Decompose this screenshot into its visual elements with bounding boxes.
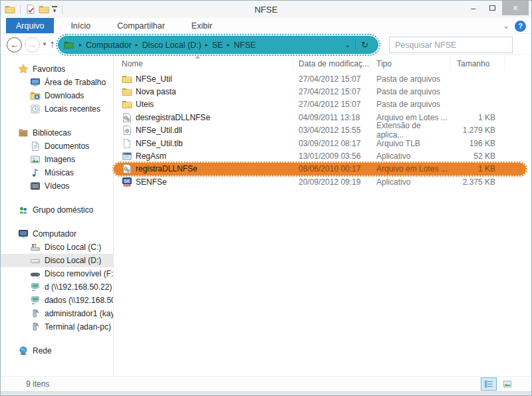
- column-header-type[interactable]: Tipo: [371, 56, 450, 71]
- sidebar-item-label: Terminal (adan-pc): [45, 322, 111, 332]
- file-name-cell: desregistraDLLNFSe: [114, 112, 293, 123]
- sidebar-item-label: d (\\192.168.50.22) (: [45, 282, 114, 292]
- sidebar-item-label: Disco Local (C:): [45, 243, 101, 252]
- file-name: SENFSe: [136, 177, 167, 187]
- sidebar-item-label: Músicas: [45, 168, 74, 177]
- sidebar-item-label: Área de Trabalho: [45, 78, 106, 87]
- file-row[interactable]: Nova pasta27/04/2012 15:07Pasta de arqui…: [114, 85, 531, 98]
- tab-inicio[interactable]: Início: [61, 18, 100, 33]
- network-share-icon: [30, 308, 41, 319]
- file-type: Pasta de arquivos: [371, 87, 450, 96]
- address-bar-highlighted[interactable]: ▸Computador▸Disco Local (D:)▸SE▸NFSE⌄↻: [58, 36, 378, 54]
- minimize-button[interactable]: –: [464, 1, 483, 15]
- sidebar-item-bibliotecas[interactable]: Bibliotecas: [1, 126, 113, 140]
- music-icon: [30, 167, 41, 178]
- details-view-button[interactable]: [481, 377, 497, 391]
- column-header-name[interactable]: Nome: [114, 56, 293, 71]
- file-row[interactable]: Uteis27/04/2012 15:07Pasta de arquivos: [114, 98, 531, 111]
- sidebar-item-disco-local-c[interactable]: Disco Local (C:): [1, 241, 113, 254]
- breadcrumb-folder-icon: [64, 40, 74, 50]
- sidebar-item-label: Disco Local (D:): [45, 256, 101, 265]
- file-row[interactable]: desregistraDLLNFSe04/09/2011 13:18Arquiv…: [114, 111, 531, 124]
- file-name: NFSe_Util.tlb: [136, 139, 183, 148]
- maximize-button[interactable]: [483, 1, 502, 15]
- sidebar-group-rede: Rede: [1, 344, 113, 357]
- new-folder-icon[interactable]: [39, 4, 49, 15]
- properties-icon[interactable]: [25, 4, 36, 15]
- sidebar-item-locais-recentes[interactable]: Locais recentes: [1, 102, 113, 116]
- sidebar-item-musicas[interactable]: Músicas: [1, 166, 113, 179]
- quick-access-toolbar: ▾: [1, 4, 65, 15]
- status-bar: 9 itens: [1, 376, 531, 391]
- sidebar-group-computador: ComputadorDisco Local (C:)Disco Local (D…: [1, 227, 113, 334]
- sidebar-item-network-d[interactable]: d (\\192.168.50.22) (: [1, 280, 113, 294]
- expand-ribbon-chevron-icon[interactable]: ⌄: [503, 21, 509, 31]
- doc-icon: [122, 138, 132, 149]
- tab-exibir[interactable]: Exibir: [182, 18, 222, 33]
- title-bar: ▾ NFSE – ×: [1, 1, 531, 18]
- separator: [20, 5, 21, 14]
- sidebar-item-network-terminal[interactable]: Terminal (adan-pc): [1, 320, 113, 334]
- breadcrumb-separator-icon: ▸: [136, 42, 138, 48]
- sidebar-item-imagens[interactable]: Imagens: [1, 153, 113, 166]
- file-name: NFSe_Util.dll: [136, 126, 182, 135]
- sidebar-item-favoritos[interactable]: Favoritos: [1, 62, 113, 76]
- tab-compartilhar[interactable]: Compartilhar: [107, 18, 175, 33]
- help-icon[interactable]: ?: [515, 21, 526, 32]
- breadcrumb-item[interactable]: NFSE: [233, 41, 255, 50]
- column-headers: Nome Data de modificaç... Tipo Tamanho: [114, 56, 531, 71]
- file-list-pane: Nome Data de modificaç... Tipo Tamanho N…: [114, 56, 531, 376]
- file-size: 52 KB: [450, 151, 505, 161]
- sidebar-item-network-dados[interactable]: dados (\\192.168.50.: [1, 294, 113, 307]
- file-row[interactable]: SENFSeSENFSe20/09/2012 09:19Aplicativo2.…: [114, 175, 531, 188]
- sidebar-item-area-de-trabalho[interactable]: Área de Trabalho: [1, 76, 113, 89]
- file-name: Uteis: [136, 100, 154, 109]
- column-header-name-label: Nome: [122, 59, 143, 68]
- file-row[interactable]: RegAsm13/01/2009 03:56Aplicativo52 KB: [114, 149, 531, 162]
- breadcrumb-item[interactable]: Disco Local (D:): [142, 41, 201, 50]
- sidebar-item-label: Imagens: [45, 155, 75, 164]
- refresh-icon[interactable]: ↻: [356, 40, 374, 50]
- sidebar-item-disco-local-d[interactable]: Disco Local (D:): [1, 254, 113, 267]
- window-controls: – ×: [464, 1, 529, 15]
- separator: [62, 5, 63, 14]
- sidebar-item-rede[interactable]: Rede: [1, 344, 113, 357]
- libraries-icon: [18, 128, 29, 138]
- customize-qat-chevron-icon[interactable]: ▾: [52, 6, 57, 13]
- file-row-highlighted[interactable]: registraDLLNFSe08/06/2010 00:17Arquivo e…: [114, 163, 526, 175]
- videos-icon: [30, 181, 41, 191]
- breadcrumb-item[interactable]: Computador: [86, 41, 132, 50]
- search-input[interactable]: [390, 41, 507, 50]
- sidebar-item-grupo-domestico[interactable]: Grupo doméstico: [1, 203, 113, 217]
- breadcrumb-item[interactable]: SE: [212, 41, 223, 50]
- sidebar-item-network-administrador1[interactable]: administrador1 (kay: [1, 307, 113, 320]
- file-name: registraDLLNFSe: [136, 164, 198, 173]
- recent-locations-chevron-icon[interactable]: ▼: [42, 41, 47, 47]
- file-row[interactable]: NFSe_Util.tlb03/09/2012 08:17Arquivo TLB…: [114, 137, 531, 149]
- search-box[interactable]: [389, 37, 513, 53]
- sidebar-item-computador[interactable]: Computador: [1, 227, 113, 241]
- file-row[interactable]: NFSe_Util27/04/2012 15:07Pasta de arquiv…: [114, 72, 531, 85]
- address-dropdown-chevron-icon[interactable]: ⌄: [340, 41, 355, 49]
- sidebar-item-videos[interactable]: Vídeos: [1, 179, 113, 193]
- sidebar-item-documentos[interactable]: Documentos: [1, 140, 113, 153]
- file-name: NFSe_Util: [136, 74, 172, 84]
- up-button[interactable]: ↑: [50, 38, 55, 49]
- sidebar-group-favoritos: FavoritosÁrea de TrabalhoDownloadsLocais…: [1, 62, 113, 116]
- file-size: 1 KB: [450, 164, 505, 173]
- thumbnails-view-button[interactable]: [499, 377, 515, 391]
- tab-arquivo[interactable]: Arquivo: [6, 18, 54, 33]
- close-button[interactable]: ×: [502, 1, 529, 15]
- sidebar-item-downloads[interactable]: Downloads: [1, 89, 113, 102]
- file-date: 27/04/2012 15:07: [293, 87, 371, 96]
- file-date: 03/04/2012 15:55: [293, 126, 371, 135]
- sidebar-item-label: Rede: [33, 346, 52, 355]
- file-date: 03/09/2012 08:17: [293, 139, 371, 148]
- back-button[interactable]: ←: [7, 37, 22, 52]
- file-name-cell: NFSe_Util.tlb: [114, 138, 293, 149]
- column-header-size[interactable]: Tamanho: [450, 56, 505, 71]
- forward-button[interactable]: →: [25, 37, 40, 52]
- file-row[interactable]: NFSe_Util.dll03/04/2012 15:55Extensão de…: [114, 124, 531, 137]
- sidebar-item-disco-removivel-f[interactable]: Disco removível (F:): [1, 267, 113, 280]
- column-header-date[interactable]: Data de modificaç...: [293, 56, 371, 71]
